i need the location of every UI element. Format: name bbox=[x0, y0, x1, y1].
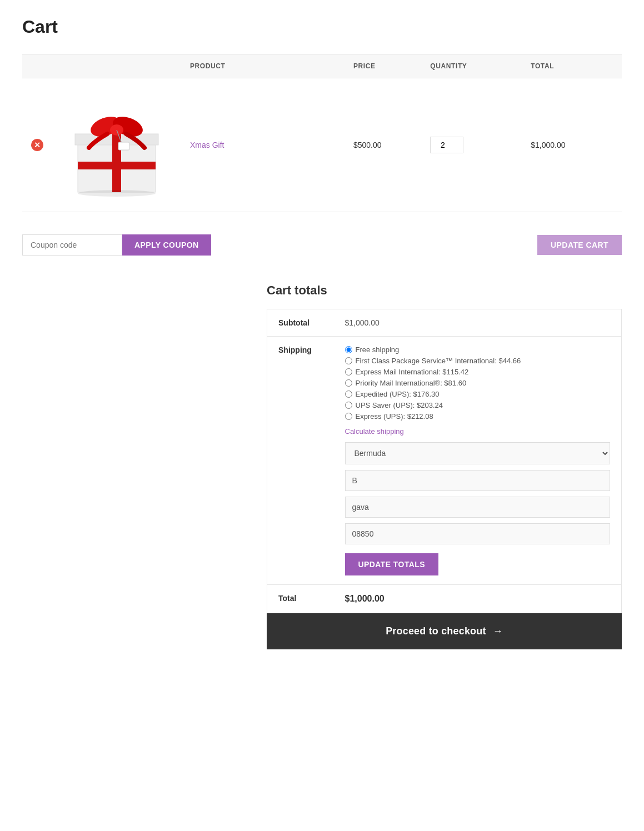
svg-point-11 bbox=[78, 190, 156, 197]
product-image bbox=[61, 89, 172, 201]
postcode-input[interactable] bbox=[345, 523, 611, 544]
shipping-options-cell: Free shipping First Class Package Servic… bbox=[334, 337, 622, 585]
shipping-option-priority-mail-label: Priority Mail International®: $81.60 bbox=[356, 379, 467, 387]
col-remove bbox=[22, 54, 52, 78]
shipping-option-ups-expedited-label: Expedited (UPS): $176.30 bbox=[356, 390, 440, 398]
coupon-input[interactable] bbox=[22, 234, 122, 256]
product-total-cell: $1,000.00 bbox=[522, 78, 622, 212]
country-select[interactable]: Bermuda United States United Kingdom bbox=[345, 442, 611, 464]
page-title: Cart bbox=[22, 17, 622, 37]
col-price-header: PRICE bbox=[345, 54, 421, 78]
product-image-cell bbox=[52, 78, 181, 212]
coupon-left: Apply coupon bbox=[22, 234, 211, 256]
remove-item-button[interactable]: ✕ bbox=[31, 139, 43, 151]
update-totals-button[interactable]: Update totals bbox=[345, 553, 439, 575]
shipping-radio-express-mail[interactable] bbox=[345, 368, 352, 376]
shipping-option-priority-mail: Priority Mail International®: $81.60 bbox=[345, 379, 611, 387]
shipping-radio-first-class[interactable] bbox=[345, 357, 352, 364]
cart-table: PRODUCT PRICE QUANTITY TOTAL ✕ bbox=[22, 54, 622, 212]
shipping-option-ups-expedited: Expedited (UPS): $176.30 bbox=[345, 390, 611, 398]
subtotal-value: $1,000.00 bbox=[334, 309, 622, 337]
total-label: Total bbox=[267, 585, 334, 613]
cart-totals-section: Cart totals Subtotal $1,000.00 Shipping … bbox=[267, 283, 622, 649]
product-quantity-cell bbox=[421, 78, 522, 212]
checkout-arrow-icon: → bbox=[493, 625, 503, 637]
proceed-checkout-button[interactable]: Proceed to checkout → bbox=[267, 613, 622, 649]
checkout-row: Proceed to checkout → bbox=[267, 613, 622, 649]
shipping-option-express-mail-label: Express Mail International: $115.42 bbox=[356, 368, 469, 376]
product-name-link[interactable]: Xmas Gift bbox=[190, 141, 224, 149]
subtotal-label: Subtotal bbox=[267, 309, 334, 337]
subtotal-row: Subtotal $1,000.00 bbox=[267, 309, 622, 337]
product-name-cell: Xmas Gift bbox=[181, 78, 345, 212]
shipping-option-ups-saver: UPS Saver (UPS): $203.24 bbox=[345, 401, 611, 409]
calculate-shipping-link[interactable]: Calculate shipping bbox=[345, 427, 611, 435]
update-cart-button[interactable]: Update cart bbox=[537, 235, 622, 255]
shipping-radio-priority-mail[interactable] bbox=[345, 379, 352, 387]
cart-totals-title: Cart totals bbox=[267, 283, 622, 298]
quantity-input[interactable] bbox=[430, 137, 463, 153]
col-total-header: TOTAL bbox=[522, 54, 622, 78]
address-input[interactable] bbox=[345, 497, 611, 518]
coupon-row: Apply coupon Update cart bbox=[22, 229, 622, 261]
col-quantity-header: QUANTITY bbox=[421, 54, 522, 78]
shipping-option-ups-express: Express (UPS): $212.08 bbox=[345, 412, 611, 420]
shipping-radio-free[interactable] bbox=[345, 346, 352, 353]
totals-table: Subtotal $1,000.00 Shipping Free shippin… bbox=[267, 309, 622, 613]
shipping-label: Shipping bbox=[267, 337, 334, 585]
checkout-label: Proceed to checkout bbox=[386, 625, 486, 637]
apply-coupon-button[interactable]: Apply coupon bbox=[122, 234, 211, 256]
shipping-options-list: Free shipping First Class Package Servic… bbox=[345, 346, 611, 420]
table-row: ✕ bbox=[22, 78, 622, 212]
total-value: $1,000.00 bbox=[334, 585, 622, 613]
shipping-radio-ups-express[interactable] bbox=[345, 413, 352, 420]
svg-rect-10 bbox=[118, 142, 129, 150]
shipping-option-ups-saver-label: UPS Saver (UPS): $203.24 bbox=[356, 401, 443, 409]
shipping-option-free-label: Free shipping bbox=[356, 346, 400, 354]
shipping-radio-ups-saver[interactable] bbox=[345, 402, 352, 409]
col-image bbox=[52, 54, 181, 78]
total-row: Total $1,000.00 bbox=[267, 585, 622, 613]
col-product-header: PRODUCT bbox=[181, 54, 345, 78]
shipping-option-ups-express-label: Express (UPS): $212.08 bbox=[356, 412, 433, 420]
shipping-option-first-class-label: First Class Package Service™ Internation… bbox=[356, 357, 521, 365]
total-amount: $1,000.00 bbox=[345, 594, 385, 603]
shipping-option-express-mail: Express Mail International: $115.42 bbox=[345, 368, 611, 376]
product-price-cell: $500.00 bbox=[345, 78, 421, 212]
svg-rect-5 bbox=[78, 162, 156, 169]
shipping-option-free: Free shipping bbox=[345, 346, 611, 354]
city-input[interactable] bbox=[345, 470, 611, 491]
shipping-radio-ups-expedited[interactable] bbox=[345, 391, 352, 398]
shipping-row: Shipping Free shipping First Class Packa… bbox=[267, 337, 622, 585]
shipping-option-first-class: First Class Package Service™ Internation… bbox=[345, 357, 611, 365]
